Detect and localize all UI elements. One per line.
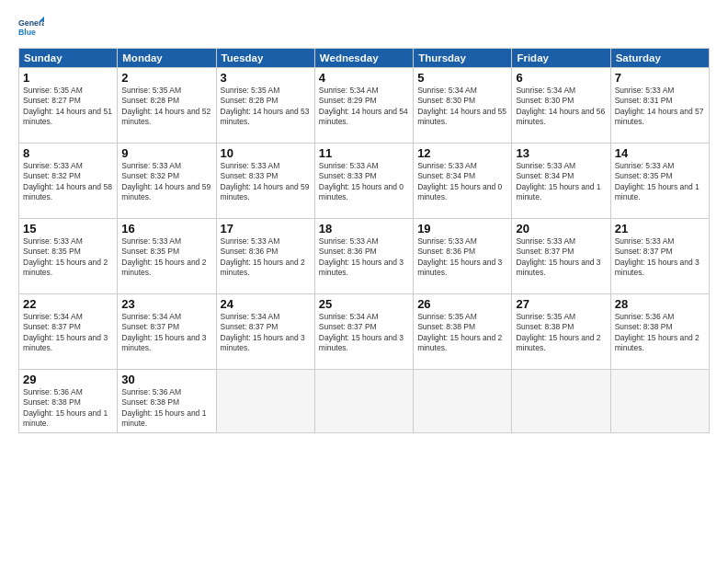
calendar-cell xyxy=(414,370,512,433)
col-header-wednesday: Wednesday xyxy=(314,49,413,68)
calendar-cell: 16 Sunrise: 5:33 AMSunset: 8:35 PMDaylig… xyxy=(118,219,216,294)
day-info: Sunrise: 5:33 AMSunset: 8:36 PMDaylight:… xyxy=(319,236,409,279)
day-number: 7 xyxy=(615,71,705,85)
calendar-cell: 17 Sunrise: 5:33 AMSunset: 8:36 PMDaylig… xyxy=(216,219,314,294)
day-number: 2 xyxy=(121,71,211,85)
day-number: 6 xyxy=(516,71,606,85)
calendar-cell: 3 Sunrise: 5:35 AMSunset: 8:28 PMDayligh… xyxy=(216,68,314,144)
col-header-monday: Monday xyxy=(118,49,216,68)
day-info: Sunrise: 5:34 AMSunset: 8:37 PMDaylight:… xyxy=(121,312,211,354)
day-number: 15 xyxy=(23,222,113,236)
calendar-cell: 14 Sunrise: 5:33 AMSunset: 8:35 PMDaylig… xyxy=(610,144,709,219)
day-number: 22 xyxy=(23,297,113,311)
day-info: Sunrise: 5:33 AMSunset: 8:35 PMDaylight:… xyxy=(121,236,211,279)
calendar-cell: 1 Sunrise: 5:35 AMSunset: 8:27 PMDayligh… xyxy=(19,68,118,144)
calendar-cell xyxy=(216,370,314,433)
calendar-cell: 6 Sunrise: 5:34 AMSunset: 8:30 PMDayligh… xyxy=(512,68,610,144)
calendar-cell: 30 Sunrise: 5:36 AMSunset: 8:38 PMDaylig… xyxy=(118,370,216,433)
calendar-cell: 22 Sunrise: 5:34 AMSunset: 8:37 PMDaylig… xyxy=(19,294,118,370)
day-info: Sunrise: 5:36 AMSunset: 8:38 PMDaylight:… xyxy=(23,387,113,430)
calendar-cell: 13 Sunrise: 5:33 AMSunset: 8:34 PMDaylig… xyxy=(512,144,610,219)
day-info: Sunrise: 5:34 AMSunset: 8:29 PMDaylight:… xyxy=(319,86,409,128)
day-info: Sunrise: 5:35 AMSunset: 8:38 PMDaylight:… xyxy=(516,312,606,354)
day-number: 18 xyxy=(319,222,409,236)
day-number: 25 xyxy=(319,297,409,311)
day-info: Sunrise: 5:33 AMSunset: 8:33 PMDaylight:… xyxy=(319,161,409,203)
calendar-cell: 21 Sunrise: 5:33 AMSunset: 8:37 PMDaylig… xyxy=(610,219,709,294)
day-info: Sunrise: 5:33 AMSunset: 8:34 PMDaylight:… xyxy=(516,161,606,203)
calendar-cell: 24 Sunrise: 5:34 AMSunset: 8:37 PMDaylig… xyxy=(216,294,314,370)
col-header-saturday: Saturday xyxy=(610,49,709,68)
day-info: Sunrise: 5:36 AMSunset: 8:38 PMDaylight:… xyxy=(121,387,211,430)
calendar-cell: 10 Sunrise: 5:33 AMSunset: 8:33 PMDaylig… xyxy=(216,144,314,219)
col-header-thursday: Thursday xyxy=(414,49,512,68)
day-number: 29 xyxy=(23,373,113,386)
calendar-cell xyxy=(512,370,610,433)
calendar-header-row: SundayMondayTuesdayWednesdayThursdayFrid… xyxy=(19,49,710,68)
day-info: Sunrise: 5:34 AMSunset: 8:30 PMDaylight:… xyxy=(516,86,606,128)
day-info: Sunrise: 5:33 AMSunset: 8:32 PMDaylight:… xyxy=(23,161,113,203)
day-number: 11 xyxy=(319,146,409,160)
calendar-cell: 8 Sunrise: 5:33 AMSunset: 8:32 PMDayligh… xyxy=(19,144,118,219)
calendar-cell: 28 Sunrise: 5:36 AMSunset: 8:38 PMDaylig… xyxy=(610,294,709,370)
day-info: Sunrise: 5:33 AMSunset: 8:37 PMDaylight:… xyxy=(516,236,606,279)
day-info: Sunrise: 5:33 AMSunset: 8:31 PMDaylight:… xyxy=(615,86,705,128)
day-info: Sunrise: 5:34 AMSunset: 8:37 PMDaylight:… xyxy=(221,312,311,354)
day-number: 27 xyxy=(516,297,606,311)
calendar-cell: 27 Sunrise: 5:35 AMSunset: 8:38 PMDaylig… xyxy=(512,294,610,370)
logo: General Blue xyxy=(18,15,48,40)
day-number: 14 xyxy=(615,146,705,160)
day-number: 23 xyxy=(121,297,211,311)
day-number: 19 xyxy=(417,222,507,236)
day-info: Sunrise: 5:34 AMSunset: 8:30 PMDaylight:… xyxy=(417,86,507,128)
svg-text:General: General xyxy=(18,18,44,28)
calendar-cell xyxy=(314,370,413,433)
day-info: Sunrise: 5:33 AMSunset: 8:35 PMDaylight:… xyxy=(615,161,705,203)
day-number: 1 xyxy=(23,71,113,85)
day-number: 5 xyxy=(417,71,507,85)
calendar-cell: 25 Sunrise: 5:34 AMSunset: 8:37 PMDaylig… xyxy=(314,294,413,370)
calendar-cell: 4 Sunrise: 5:34 AMSunset: 8:29 PMDayligh… xyxy=(314,68,413,144)
day-number: 28 xyxy=(615,297,705,311)
calendar-cell: 5 Sunrise: 5:34 AMSunset: 8:30 PMDayligh… xyxy=(414,68,512,144)
col-header-tuesday: Tuesday xyxy=(216,49,314,68)
day-number: 16 xyxy=(121,222,211,236)
calendar-cell: 15 Sunrise: 5:33 AMSunset: 8:35 PMDaylig… xyxy=(19,219,118,294)
day-number: 8 xyxy=(23,146,113,160)
day-number: 24 xyxy=(221,297,311,311)
day-info: Sunrise: 5:35 AMSunset: 8:28 PMDaylight:… xyxy=(221,86,311,128)
logo-icon: General Blue xyxy=(18,15,44,40)
col-header-friday: Friday xyxy=(512,49,610,68)
calendar-table: SundayMondayTuesdayWednesdayThursdayFrid… xyxy=(18,48,710,433)
day-info: Sunrise: 5:33 AMSunset: 8:33 PMDaylight:… xyxy=(221,161,311,203)
day-number: 9 xyxy=(121,146,211,160)
day-info: Sunrise: 5:33 AMSunset: 8:36 PMDaylight:… xyxy=(221,236,311,279)
day-info: Sunrise: 5:35 AMSunset: 8:28 PMDaylight:… xyxy=(121,86,211,128)
day-info: Sunrise: 5:33 AMSunset: 8:35 PMDaylight:… xyxy=(23,236,113,279)
day-number: 26 xyxy=(417,297,507,311)
calendar-cell: 23 Sunrise: 5:34 AMSunset: 8:37 PMDaylig… xyxy=(118,294,216,370)
day-number: 12 xyxy=(417,146,507,160)
calendar-cell: 18 Sunrise: 5:33 AMSunset: 8:36 PMDaylig… xyxy=(314,219,413,294)
day-number: 10 xyxy=(221,146,311,160)
day-info: Sunrise: 5:33 AMSunset: 8:32 PMDaylight:… xyxy=(121,161,211,203)
calendar-cell: 7 Sunrise: 5:33 AMSunset: 8:31 PMDayligh… xyxy=(610,68,709,144)
day-info: Sunrise: 5:36 AMSunset: 8:38 PMDaylight:… xyxy=(615,312,705,354)
day-number: 4 xyxy=(319,71,409,85)
calendar-cell: 29 Sunrise: 5:36 AMSunset: 8:38 PMDaylig… xyxy=(19,370,118,433)
calendar-cell xyxy=(610,370,709,433)
calendar-cell: 20 Sunrise: 5:33 AMSunset: 8:37 PMDaylig… xyxy=(512,219,610,294)
header: General Blue xyxy=(18,15,710,40)
day-number: 20 xyxy=(516,222,606,236)
day-info: Sunrise: 5:33 AMSunset: 8:36 PMDaylight:… xyxy=(417,236,507,279)
day-number: 17 xyxy=(221,222,311,236)
col-header-sunday: Sunday xyxy=(19,49,118,68)
svg-text:Blue: Blue xyxy=(18,28,36,37)
day-info: Sunrise: 5:34 AMSunset: 8:37 PMDaylight:… xyxy=(319,312,409,354)
page: General Blue SundayMondayTuesdayWednesda… xyxy=(0,0,728,563)
day-number: 30 xyxy=(121,373,211,386)
day-info: Sunrise: 5:34 AMSunset: 8:37 PMDaylight:… xyxy=(23,312,113,354)
calendar-cell: 2 Sunrise: 5:35 AMSunset: 8:28 PMDayligh… xyxy=(118,68,216,144)
day-info: Sunrise: 5:33 AMSunset: 8:34 PMDaylight:… xyxy=(417,161,507,203)
calendar-cell: 11 Sunrise: 5:33 AMSunset: 8:33 PMDaylig… xyxy=(314,144,413,219)
